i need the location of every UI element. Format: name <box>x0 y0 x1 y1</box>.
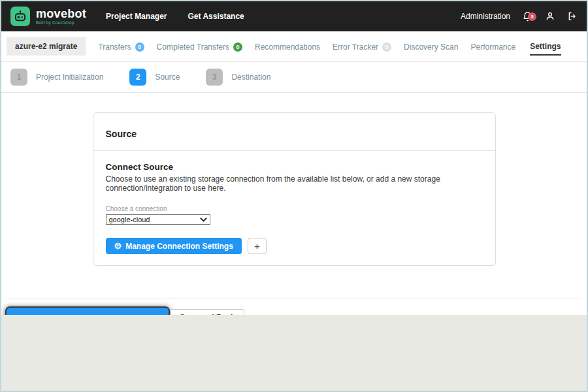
step-number: 3 <box>206 69 223 86</box>
navbar-right: Administration 3 <box>461 11 578 22</box>
connect-source-description: Choose to use an existing storage connec… <box>106 174 483 193</box>
settings-stepper: 1 Project Initialization 2 Source 3 Dest… <box>1 62 587 93</box>
tab-discovery-scan[interactable]: Discovery Scan <box>404 38 458 55</box>
brand-logo[interactable]: movebot Built by Couchdrop <box>10 7 86 26</box>
step-source[interactable]: 2 Source <box>129 69 180 86</box>
completed-transfers-count-badge: 0 <box>233 42 242 52</box>
notifications-button[interactable]: 3 <box>522 11 533 22</box>
brand-tagline: Built by Couchdrop <box>36 21 86 25</box>
card-title: Source <box>106 129 137 139</box>
top-navbar: movebot Built by Couchdrop Project Manag… <box>1 1 587 31</box>
error-tracker-count-badge: 0 <box>382 42 391 52</box>
step-number: 1 <box>10 69 27 86</box>
logout-button[interactable] <box>567 11 578 22</box>
tab-label: Performance <box>470 42 515 52</box>
transfers-count-badge: 0 <box>135 42 144 52</box>
app-window: movebot Built by Couchdrop Project Manag… <box>0 0 588 392</box>
tab-error-tracker[interactable]: Error Tracker 0 <box>333 38 391 55</box>
main-content: Source Connect Source Choose to use an e… <box>1 93 587 315</box>
source-card-header: Source <box>93 113 495 151</box>
person-icon <box>545 11 555 22</box>
connect-source-heading: Connect Source <box>106 162 483 172</box>
nav-link-project-manager[interactable]: Project Manager <box>106 12 167 21</box>
add-connection-button[interactable]: + <box>248 238 267 254</box>
tab-label: Recommendations <box>255 42 320 52</box>
manage-button-label: Manage Connection Settings <box>125 242 233 251</box>
plus-icon: + <box>254 241 260 251</box>
brand-name: movebot <box>36 8 86 20</box>
connection-select[interactable]: google-cloud <box>106 214 210 225</box>
tab-label: Completed Transfers <box>157 42 229 52</box>
administration-link[interactable]: Administration <box>461 12 510 21</box>
tab-completed-transfers[interactable]: Completed Transfers 0 <box>157 38 242 55</box>
step-label: Source <box>155 73 180 82</box>
manage-connection-settings-button[interactable]: ⚙ Manage Connection Settings <box>106 238 242 254</box>
project-tab-bar: azure-e2 migrate Transfers 0 Completed T… <box>1 31 587 62</box>
connection-select-value: google-cloud <box>109 216 150 223</box>
source-card-body: Connect Source Choose to use an existing… <box>93 151 495 265</box>
tab-label: Discovery Scan <box>404 42 458 52</box>
step-label: Project Initialization <box>36 73 103 82</box>
source-card: Source Connect Source Choose to use an e… <box>93 112 496 266</box>
tab-transfers[interactable]: Transfers 0 <box>98 38 144 55</box>
tab-performance[interactable]: Performance <box>470 38 515 55</box>
step-label: Destination <box>231 73 270 82</box>
project-name-tab[interactable]: azure-e2 migrate <box>7 37 86 56</box>
step-destination[interactable]: 3 Destination <box>206 69 270 86</box>
actions-divider <box>7 299 581 299</box>
connection-select-label: Choose a connection <box>106 205 483 212</box>
notification-count-badge: 3 <box>528 12 536 21</box>
tab-label: Error Tracker <box>333 42 378 52</box>
step-project-initialization[interactable]: 1 Project Initialization <box>10 69 103 86</box>
sign-out-icon <box>567 11 578 22</box>
account-button[interactable] <box>545 11 555 22</box>
tab-label: Settings <box>530 42 561 51</box>
tab-settings[interactable]: Settings <box>530 37 561 56</box>
movebot-robot-icon <box>10 7 30 26</box>
chevron-down-icon <box>200 217 207 222</box>
gear-icon: ⚙ <box>114 242 122 250</box>
tab-recommendations[interactable]: Recommendations <box>255 38 320 55</box>
step-number: 2 <box>129 69 146 86</box>
navbar-links: Project Manager Get Assistance <box>106 12 244 21</box>
footer-area <box>1 315 587 391</box>
tab-label: Transfers <box>98 42 131 52</box>
nav-link-get-assistance[interactable]: Get Assistance <box>188 12 244 21</box>
connection-buttons-row: ⚙ Manage Connection Settings + <box>106 238 483 254</box>
